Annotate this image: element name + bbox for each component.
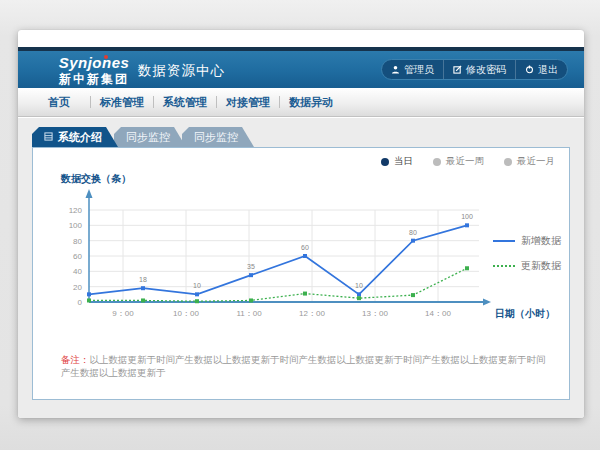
data-point: [195, 299, 199, 303]
legend-label: 新增数据: [521, 234, 561, 248]
series-line-更新数据: [89, 268, 467, 301]
user-menu-label: 管理员: [404, 63, 434, 77]
y-tick-label: 100: [69, 221, 83, 230]
x-axis-arrow: [483, 299, 491, 306]
tab-bar: 系统介绍同步监控同步监控: [32, 127, 254, 147]
legend-label: 更新数据: [521, 259, 561, 273]
data-point: [357, 296, 361, 300]
user-menu-label: 修改密码: [466, 63, 506, 77]
legend-item: 更新数据: [493, 259, 561, 273]
range-option-label: 最近一周: [446, 155, 484, 168]
data-point: [249, 273, 253, 277]
data-point: [303, 254, 307, 258]
user-icon: [391, 65, 400, 74]
tab-label: 同步监控: [194, 130, 238, 145]
user-menu-label: 退出: [538, 63, 558, 77]
range-option[interactable]: 当日: [381, 155, 413, 168]
tab-inactive[interactable]: 同步监控: [182, 127, 254, 147]
data-point-label: 80: [409, 229, 417, 236]
edit-icon: [453, 65, 462, 74]
tab-active[interactable]: 系统介绍: [32, 127, 118, 147]
data-point-label: 10: [193, 282, 201, 289]
data-point-label: 10: [355, 282, 363, 289]
line-chart: 数据交换（条）0204060801001209：0010：0011：0012：0…: [33, 162, 569, 348]
nav-item[interactable]: 系统管理: [154, 95, 216, 110]
app-window: Synjones 新中新集团 数据资源中心 管理员修改密码退出 首页标准管理系统…: [18, 30, 584, 418]
data-point: [195, 292, 199, 296]
y-axis-arrow: [86, 189, 93, 198]
radio-dot: [381, 158, 389, 166]
footer-note: 备注：以上数据更新于时间产生数据以上数据更新于时间产生数据以上数据更新于时间产生…: [61, 353, 553, 379]
data-point-label: 35: [247, 263, 255, 270]
user-menu-item[interactable]: 修改密码: [443, 60, 515, 79]
legend-line-sample: [493, 240, 515, 242]
range-option-label: 最近一月: [517, 155, 555, 168]
data-point: [465, 266, 469, 270]
data-point-label: 60: [301, 244, 309, 251]
data-point: [411, 239, 415, 243]
user-menu: 管理员修改密码退出: [381, 59, 568, 80]
nav-item[interactable]: 数据异动: [280, 95, 342, 110]
logo-company-text: 新中新集团: [46, 72, 142, 86]
data-point: [87, 292, 91, 296]
data-point: [411, 293, 415, 297]
x-axis-title: 日期（小时）: [495, 308, 555, 319]
data-point: [465, 223, 469, 227]
logo-red-dot: [104, 55, 108, 59]
legend-line-sample: [493, 265, 515, 267]
chart-legend: 新增数据更新数据: [493, 234, 561, 273]
x-tick-label: 9：00: [112, 309, 134, 318]
range-option-label: 当日: [394, 155, 413, 168]
y-tick-label: 120: [69, 206, 83, 215]
y-tick-label: 0: [78, 298, 83, 307]
y-tick-label: 40: [73, 267, 82, 276]
range-option[interactable]: 最近一月: [504, 155, 555, 168]
nav-item[interactable]: 对接管理: [217, 95, 279, 110]
content-area: 系统介绍同步监控同步监控 当日最近一周最近一月 数据交换（条）020406080…: [18, 118, 584, 418]
x-tick-label: 10：00: [173, 309, 199, 318]
document-icon: [44, 131, 53, 143]
user-menu-item[interactable]: 管理员: [382, 60, 443, 79]
power-icon: [525, 65, 534, 74]
x-tick-label: 14：00: [425, 309, 451, 318]
range-option[interactable]: 最近一周: [433, 155, 484, 168]
logo-brand-text: Synjones: [59, 55, 130, 71]
chart-panel: 当日最近一周最近一月 数据交换（条）0204060801001209：0010：…: [32, 147, 570, 400]
tab-label: 系统介绍: [58, 130, 102, 145]
nav-item[interactable]: 标准管理: [91, 95, 153, 110]
data-point: [141, 298, 145, 302]
series-line-新增数据: [89, 225, 467, 294]
data-point: [87, 298, 91, 302]
tab-label: 同步监控: [126, 130, 170, 145]
data-point: [249, 298, 253, 302]
radio-dot: [504, 158, 512, 166]
nav-item[interactable]: 首页: [28, 95, 90, 110]
main-nav: 首页标准管理系统管理对接管理数据异动: [18, 88, 584, 117]
x-tick-label: 13：00: [362, 309, 388, 318]
x-tick-label: 11：00: [236, 309, 262, 318]
y-axis-title: 数据交换（条）: [60, 173, 131, 184]
app-header: Synjones 新中新集团 数据资源中心 管理员修改密码退出: [18, 51, 584, 88]
desktop-background: Synjones 新中新集团 数据资源中心 管理员修改密码退出 首页标准管理系统…: [0, 0, 600, 450]
note-text: 以上数据更新于时间产生数据以上数据更新于时间产生数据以上数据更新于时间产生数据以…: [61, 354, 546, 378]
company-logo: Synjones 新中新集团: [46, 54, 142, 86]
data-point: [141, 286, 145, 290]
y-tick-label: 20: [73, 283, 82, 292]
note-prefix: 备注：: [61, 354, 90, 365]
user-menu-item[interactable]: 退出: [515, 60, 567, 79]
legend-item: 新增数据: [493, 234, 561, 248]
time-range-options: 当日最近一周最近一月: [381, 155, 555, 168]
data-point-label: 18: [139, 276, 147, 283]
y-tick-label: 80: [73, 237, 82, 246]
x-tick-label: 12：00: [299, 309, 325, 318]
tab-inactive[interactable]: 同步监控: [114, 127, 186, 147]
radio-dot: [433, 158, 441, 166]
data-point: [303, 292, 307, 296]
y-tick-label: 60: [73, 252, 82, 261]
page-title: 数据资源中心: [138, 62, 225, 80]
data-point: [357, 292, 361, 296]
data-point-label: 100: [461, 213, 473, 220]
